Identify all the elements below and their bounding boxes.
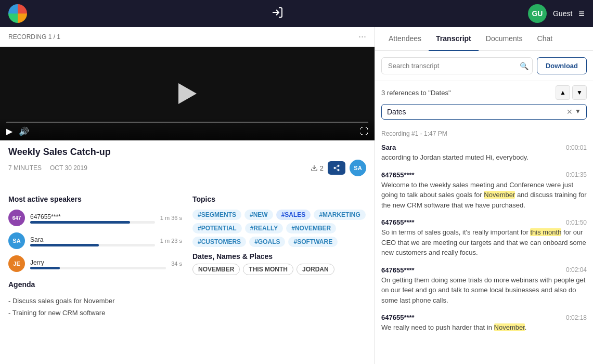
speaker-row: SA Sara 1 m 23 s xyxy=(8,232,182,249)
video-title: Weekly Sales Catch-up xyxy=(8,147,366,158)
search-input[interactable] xyxy=(381,57,533,74)
tag[interactable]: #CUSTOMERS xyxy=(192,237,246,247)
avatar[interactable]: GU xyxy=(528,4,547,23)
tab-transcript[interactable]: Transcript xyxy=(429,27,479,51)
transcript-entry: 647655**** 0:01:35 Welcome to the weekly… xyxy=(381,171,587,211)
filter-chevron-icon[interactable]: ▼ xyxy=(575,108,581,116)
transcript-text: Welcome to the weekly sales meeting and … xyxy=(381,180,587,211)
topic-tags: #SEGMENTS #NEW #SALES #MARKETING #POTENT… xyxy=(192,210,366,247)
menu-icon[interactable]: ≡ xyxy=(578,8,585,20)
play-button[interactable] xyxy=(178,83,197,104)
tag[interactable]: #SALES xyxy=(276,210,311,220)
video-meta: 7 MINUTES OCT 30 2019 2 SA xyxy=(8,160,366,176)
filter-area: Dates ✕ ▼ xyxy=(375,104,593,124)
speaker-time-647: 1 m 36 s xyxy=(160,215,182,221)
tag[interactable]: #REALLY xyxy=(245,223,283,233)
download-count: 2 xyxy=(311,164,324,172)
next-reference-btn[interactable]: ▼ xyxy=(572,85,587,100)
topics-section: Topics #SEGMENTS #NEW #SALES #MARKETING … xyxy=(192,195,366,319)
filter-clear-btn[interactable]: ✕ xyxy=(566,108,573,116)
tag[interactable]: #NOVEMBER xyxy=(286,223,336,233)
references-bar: 3 references to "Dates" ▲ ▼ xyxy=(375,81,593,104)
transcript-meta: Sara 0:00:01 xyxy=(381,144,587,151)
transcript-text: On getting them doing some trials do mor… xyxy=(381,275,587,306)
tab-chat[interactable]: Chat xyxy=(530,27,560,51)
speaker-time-sara: 1 m 23 s xyxy=(160,238,182,244)
right-panel: Attendees Transcript Documents Chat 🔍 Do… xyxy=(375,27,593,364)
date-tag-thismonth[interactable]: THIS MONTH xyxy=(243,264,293,275)
video-controls: ▶ 🔊 ⛶ xyxy=(0,118,375,140)
recording-options[interactable]: ··· xyxy=(358,31,366,42)
left-panel: RECORDING 1 / 1 ··· ▶ 🔊 ⛶ Weekl xyxy=(0,27,375,364)
transcript-text: So in terms of sales goals, it's really … xyxy=(381,227,587,258)
app-logo[interactable] xyxy=(8,4,27,23)
svg-point-3 xyxy=(334,167,336,169)
transcript-meta: 647655**** 0:01:35 xyxy=(381,171,587,179)
transcript-speaker: 647655**** xyxy=(381,171,415,179)
transcript-time: 0:01:50 xyxy=(566,219,587,226)
transcript-speaker: 647655**** xyxy=(381,314,415,321)
video-info: Weekly Sales Catch-up 7 MINUTES OCT 30 2… xyxy=(0,140,375,183)
controls-row: ▶ 🔊 ⛶ xyxy=(6,126,368,136)
tag[interactable]: #SEGMENTS xyxy=(192,210,241,220)
transcript-scroll[interactable]: Recording #1 - 1:47 PM Sara 0:00:01 acco… xyxy=(375,124,593,364)
transcript-speaker: Sara xyxy=(381,144,396,151)
highlight-this-month: this month xyxy=(530,228,561,236)
transcript-meta: 647655**** 0:01:50 xyxy=(381,218,587,226)
tab-documents[interactable]: Documents xyxy=(479,27,530,51)
agenda-items: - Discuss sales goals for November - Tra… xyxy=(8,295,182,319)
speaker-row: JE Jerry 34 s xyxy=(8,255,182,272)
search-input-wrap: 🔍 xyxy=(381,57,533,74)
tag[interactable]: #POTENTIAL xyxy=(192,223,242,233)
agenda-title: Agenda xyxy=(8,280,182,289)
speaker-row: 647 647655**** 1 m 36 s xyxy=(8,210,182,226)
prev-reference-btn[interactable]: ▲ xyxy=(556,85,570,100)
highlight-november-2: November xyxy=(494,323,525,331)
play-ctrl[interactable]: ▶ xyxy=(6,126,12,136)
speaker-bar-647: 647655**** xyxy=(30,212,155,225)
tab-attendees[interactable]: Attendees xyxy=(381,27,429,51)
tabs: Attendees Transcript Documents Chat xyxy=(375,27,593,51)
main-layout: RECORDING 1 / 1 ··· ▶ 🔊 ⛶ Weekl xyxy=(0,27,593,364)
dates-title: Dates, Names & Places xyxy=(192,252,366,261)
tag[interactable]: #SOFTWARE xyxy=(288,237,338,247)
filter-actions: ✕ ▼ xyxy=(566,108,581,116)
tag[interactable]: #GOALS xyxy=(249,237,285,247)
speaker-bar-sara: Sara xyxy=(30,235,155,248)
nav-arrows: ▲ ▼ xyxy=(556,85,587,100)
share-button[interactable] xyxy=(328,161,345,175)
signin-icon[interactable] xyxy=(271,6,283,21)
duration: 7 MINUTES xyxy=(8,164,42,172)
left-content: Most active speakers 647 647655**** 1 m … xyxy=(0,183,375,364)
video-player: ▶ 🔊 ⛶ xyxy=(0,47,375,140)
progress-bar[interactable] xyxy=(6,122,368,123)
transcript-entry: 647655**** 0:01:50 So in terms of sales … xyxy=(381,218,587,258)
controls-left: ▶ 🔊 xyxy=(6,126,29,136)
transcript-time: 0:02:04 xyxy=(566,266,587,274)
speaker-avatar-jerry: JE xyxy=(8,255,25,272)
date-tag-jordan[interactable]: JORDAN xyxy=(296,264,334,275)
fullscreen-btn[interactable]: ⛶ xyxy=(360,127,368,136)
svg-point-2 xyxy=(338,165,340,167)
tag[interactable]: #MARKETING xyxy=(314,210,365,220)
transcript-time: 0:02:18 xyxy=(566,314,587,321)
date: OCT 30 2019 xyxy=(50,164,87,172)
transcript-entry: 647655**** 0:02:04 On getting them doing… xyxy=(381,266,587,306)
topnav: GU Guest ≡ xyxy=(0,0,593,27)
topnav-right: GU Guest ≡ xyxy=(528,4,585,23)
agenda-item: - Training for new CRM software xyxy=(8,307,182,319)
download-button[interactable]: Download xyxy=(537,57,587,74)
search-area: 🔍 Download xyxy=(375,51,593,81)
speaker-time-jerry: 34 s xyxy=(171,261,182,267)
volume-ctrl[interactable]: 🔊 xyxy=(19,126,29,136)
dates-tags: NOVEMBER THIS MONTH JORDAN xyxy=(192,264,366,275)
speakers-section: Most active speakers 647 647655**** 1 m … xyxy=(8,195,182,319)
tag[interactable]: #NEW xyxy=(244,210,273,220)
transcript-meta: 647655**** 0:02:18 xyxy=(381,314,587,321)
search-icon[interactable]: 🔍 xyxy=(520,62,528,70)
transcript-entry: 647655**** 0:02:18 We really need to pus… xyxy=(381,314,587,333)
date-tag-november[interactable]: NOVEMBER xyxy=(192,264,240,275)
transcript-speaker: 647655**** xyxy=(381,266,415,274)
transcript-meta: 647655**** 0:02:04 xyxy=(381,266,587,274)
transcript-text: We really need to push harder that in No… xyxy=(381,322,587,333)
